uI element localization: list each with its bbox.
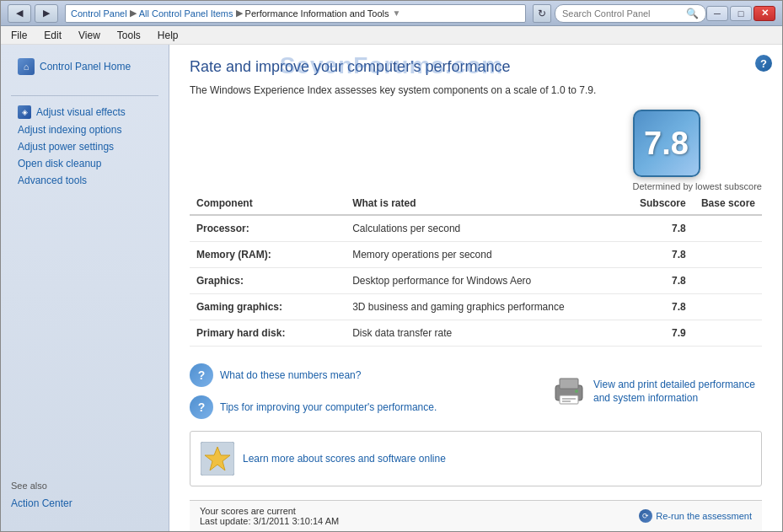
main-layout: ⌂ Control Panel Home ◈ Adjust visual eff… [1,45,782,531]
sidebar-link-indexing[interactable]: Adjust indexing options [11,121,158,138]
window: ◀ ▶ Control Panel ▶ All Control Panel It… [0,0,783,532]
svg-point-5 [575,390,578,393]
back-button[interactable]: ◀ [8,4,31,23]
search-input[interactable] [562,8,686,19]
sidebar-link-label-2: Adjust power settings [18,141,114,153]
comp-name-2: Graphics: [196,275,244,287]
comp-subscore-1: 7.8 [623,242,692,268]
refresh-button[interactable]: ↻ [533,4,551,23]
forward-button[interactable]: ▶ [35,4,58,23]
menu-help[interactable]: Help [154,28,182,43]
breadcrumb-current: Performance Information and Tools [245,8,389,19]
menu-file[interactable]: File [8,28,30,43]
comp-what-2: Desktop performance for Windows Aero [346,268,623,294]
svg-rect-1 [560,379,578,389]
tips-link[interactable]: Tips for improving your computer's perfo… [220,401,437,413]
col-header-subscore: Subscore [623,192,692,215]
status-text: Your scores are current Last update: 3/1… [200,506,339,526]
page-description: The Windows Experience Index assesses ke… [190,84,762,96]
menu-view[interactable]: View [75,28,104,43]
links-row: ? What do these numbers mean? ? Tips for… [190,363,762,419]
sidebar-link-power[interactable]: Adjust power settings [11,138,158,155]
table-row: Primary hard disk: Disk data transfer ra… [190,320,762,347]
home-icon: ⌂ [18,58,35,75]
comp-subscore-2: 7.8 [623,268,692,294]
comp-what-1: Memory operations per second [346,242,623,268]
breadcrumb-all-items[interactable]: All Control Panel Items [139,8,233,19]
table-row: Gaming graphics: 3D business and gaming … [190,294,762,320]
page-title: Rate and improve your computer's perform… [190,58,762,76]
help-button[interactable]: ? [755,55,772,72]
col-header-basescore: Base score [693,192,762,215]
search-box[interactable]: 🔍 [555,4,706,23]
left-links: ? What do these numbers mean? ? Tips for… [190,363,437,419]
status-bar: Your scores are current Last update: 3/1… [190,500,762,531]
search-icon: 🔍 [686,8,699,19]
right-print-link: View and print detailed performance and … [551,363,762,419]
sidebar-action-center[interactable]: Action Center [11,496,158,511]
link-item-numbers: ? What do these numbers mean? [190,363,437,387]
address-bar[interactable]: Control Panel ▶ All Control Panel Items … [65,4,526,23]
comp-subscore-3: 7.8 [623,294,692,320]
sidebar-link-label-3: Open disk cleanup [18,158,101,169]
see-also-label: See also [11,481,158,491]
sidebar-link-visual-effects[interactable]: ◈ Adjust visual effects [11,103,158,121]
table-row: Processor: Calculations per second 7.8 [190,215,762,242]
link-item-tips: ? Tips for improving your computer's per… [190,395,437,419]
question-icon-1: ? [190,363,213,387]
star-icon [201,442,234,476]
content-area: ? Rate and improve your computer's perfo… [169,45,782,531]
printer-icon [551,377,587,406]
rerun-link[interactable]: ⟳ Re-run the assessment [639,509,752,523]
minimize-button[interactable]: ─ [706,6,728,21]
maximize-button[interactable]: □ [730,6,752,21]
sidebar-links-section: ◈ Adjust visual effects Adjust indexing … [1,103,169,199]
titlebar-left: ◀ ▶ Control Panel ▶ All Control Panel It… [8,4,706,23]
print-link[interactable]: View and print detailed performance and … [593,378,762,406]
dropdown-arrow[interactable]: ▼ [393,8,401,18]
comp-name-3: Gaming graphics: [196,301,282,313]
col-header-what: What is rated [346,192,623,215]
breadcrumb-sep2: ▶ [236,8,243,19]
sidebar-link-label-4: Advanced tools [18,175,87,186]
learn-more-box: Learn more about scores and software onl… [190,431,762,486]
status-line1: Your scores are current [200,506,339,516]
question-icon-2: ? [190,395,213,419]
sidebar-link-label-1: Adjust indexing options [18,124,121,136]
sidebar-home-link[interactable]: ⌂ Control Panel Home [11,55,158,78]
sidebar-divider-1 [11,95,158,96]
comp-name-4: Primary hard disk: [196,327,285,339]
status-line2: Last update: 3/1/2011 3:10:14 AM [200,516,339,526]
table-row: Graphics: Desktop performance for Window… [190,268,762,294]
svg-rect-4 [562,400,571,402]
rerun-label: Re-run the assessment [656,511,752,521]
score-label: Determined by lowest subscore [633,180,762,192]
window-controls: ─ □ ✕ [706,6,775,21]
sidebar-link-label-0: Adjust visual effects [36,106,126,118]
comp-subscore-4: 7.9 [623,320,692,347]
sidebar-home-label: Control Panel Home [40,61,131,73]
comp-what-0: Calculations per second [346,215,623,242]
breadcrumb-sep1: ▶ [130,8,137,19]
menu-tools[interactable]: Tools [114,28,144,43]
what-numbers-link[interactable]: What do these numbers mean? [220,369,361,381]
col-header-component: Component [190,192,346,215]
learn-more-link[interactable]: Learn more about scores and software onl… [243,453,446,465]
rerun-icon: ⟳ [639,509,652,523]
menubar: File Edit View Tools Help [1,26,782,45]
titlebar: ◀ ▶ Control Panel ▶ All Control Panel It… [1,1,782,26]
comp-name-0: Processor: [196,223,249,234]
sidebar-link-advanced[interactable]: Advanced tools [11,172,158,189]
breadcrumb-control-panel[interactable]: Control Panel [71,8,127,19]
comp-name-1: Memory (RAM): [196,249,271,261]
sidebar-link-disk-cleanup[interactable]: Open disk cleanup [11,155,158,172]
sidebar-home-section: ⌂ Control Panel Home [1,55,169,89]
comp-what-4: Disk data transfer rate [346,320,623,347]
sidebar-bottom: See also Action Center [1,470,169,521]
visual-effects-icon: ◈ [18,105,31,119]
table-row: Memory (RAM): Memory operations per seco… [190,242,762,268]
performance-table: Component What is rated Subscore Base sc… [190,192,762,347]
menu-edit[interactable]: Edit [40,28,65,43]
close-button[interactable]: ✕ [754,6,775,21]
svg-rect-3 [562,398,576,400]
